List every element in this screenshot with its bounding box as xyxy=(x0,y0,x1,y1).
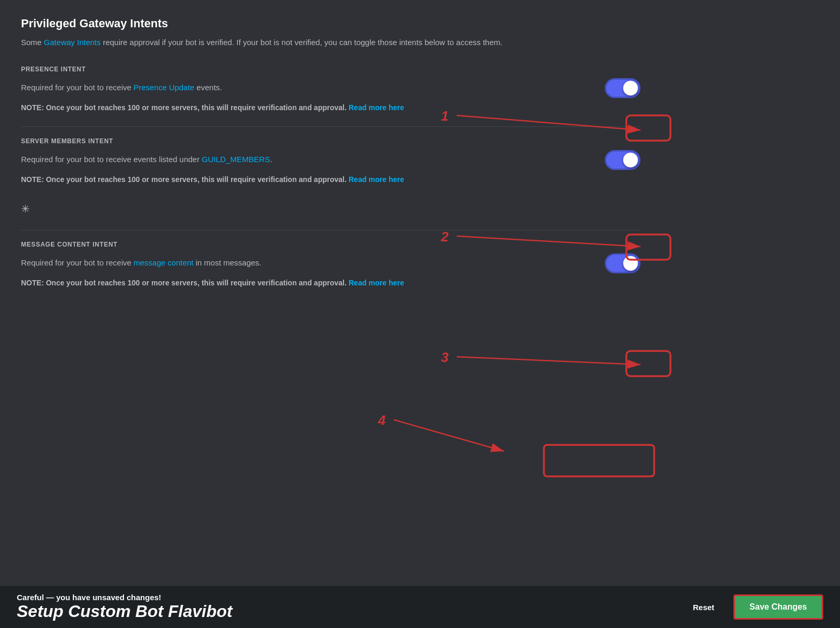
bottom-bar: Careful — you have unsaved changes! Setu… xyxy=(0,586,840,628)
svg-text:3: 3 xyxy=(441,349,449,365)
divider-1 xyxy=(21,126,640,127)
message-content-toggle-bg[interactable] xyxy=(605,253,640,273)
page-title: Privileged Gateway Intents xyxy=(21,17,640,30)
presence-intent-row: Required for your bot to receive Presenc… xyxy=(21,78,640,98)
presence-intent-description: Required for your bot to receive Presenc… xyxy=(21,82,605,94)
unsaved-warning: Careful — you have unsaved changes! xyxy=(17,593,233,602)
presence-toggle-bg[interactable] xyxy=(605,78,640,98)
message-content-toggle-knob xyxy=(623,256,638,271)
bot-name: Setup Custom Bot Flavibot xyxy=(17,602,233,621)
message-content-intent-toggle[interactable] xyxy=(605,253,640,273)
svg-line-8 xyxy=(394,420,504,451)
save-changes-button[interactable]: Save Changes xyxy=(733,594,823,620)
svg-rect-12 xyxy=(544,445,654,476)
message-content-intent-label: MESSAGE CONTENT INTENT xyxy=(21,241,640,248)
bottom-bar-left: Careful — you have unsaved changes! Setu… xyxy=(17,593,233,621)
server-members-intent-note: NOTE: Once your bot reaches 100 or more … xyxy=(21,175,640,184)
presence-intent-section: PRESENCE INTENT Required for your bot to… xyxy=(21,66,640,112)
svg-text:4: 4 xyxy=(377,412,386,428)
message-content-intent-section: MESSAGE CONTENT INTENT Required for your… xyxy=(21,241,640,287)
message-content-intent-note: NOTE: Once your bot reaches 100 or more … xyxy=(21,279,640,287)
divider-2 xyxy=(21,230,640,230)
server-members-toggle-knob xyxy=(623,153,638,167)
presence-toggle-knob xyxy=(623,81,638,95)
presence-update-link[interactable]: Presence Update xyxy=(133,83,194,92)
svg-line-2 xyxy=(457,115,640,130)
svg-rect-11 xyxy=(626,351,670,376)
server-members-read-more-link[interactable]: Read more here xyxy=(349,175,404,184)
message-content-link[interactable]: message content xyxy=(133,258,193,267)
presence-read-more-link[interactable]: Read more here xyxy=(349,103,404,112)
server-members-toggle-bg[interactable] xyxy=(605,150,640,170)
snowflake-decoration: ✳ xyxy=(21,198,640,219)
server-members-intent-label: SERVER MEMBERS INTENT xyxy=(21,137,640,145)
main-content: Privileged Gateway Intents Some Gateway … xyxy=(0,0,662,365)
server-members-intent-row: Required for your bot to receive events … xyxy=(21,150,640,170)
bottom-bar-right: Reset Save Changes xyxy=(685,594,823,620)
message-content-intent-description: Required for your bot to receive message… xyxy=(21,257,605,269)
server-members-intent-section: SERVER MEMBERS INTENT Required for your … xyxy=(21,137,640,184)
presence-intent-toggle[interactable] xyxy=(605,78,640,98)
server-members-intent-description: Required for your bot to receive events … xyxy=(21,154,605,166)
presence-intent-note: NOTE: Once your bot reaches 100 or more … xyxy=(21,103,640,112)
page-description: Some Gateway Intents require approval if… xyxy=(21,37,640,49)
guild-members-link[interactable]: GUILD_MEMBERS xyxy=(202,155,270,164)
server-members-intent-toggle[interactable] xyxy=(605,150,640,170)
presence-intent-label: PRESENCE INTENT xyxy=(21,66,640,73)
reset-button[interactable]: Reset xyxy=(685,599,723,616)
svg-line-6 xyxy=(457,357,640,365)
gateway-intents-link[interactable]: Gateway Intents xyxy=(44,38,100,47)
message-content-intent-row: Required for your bot to receive message… xyxy=(21,253,640,273)
message-content-read-more-link[interactable]: Read more here xyxy=(349,279,404,287)
